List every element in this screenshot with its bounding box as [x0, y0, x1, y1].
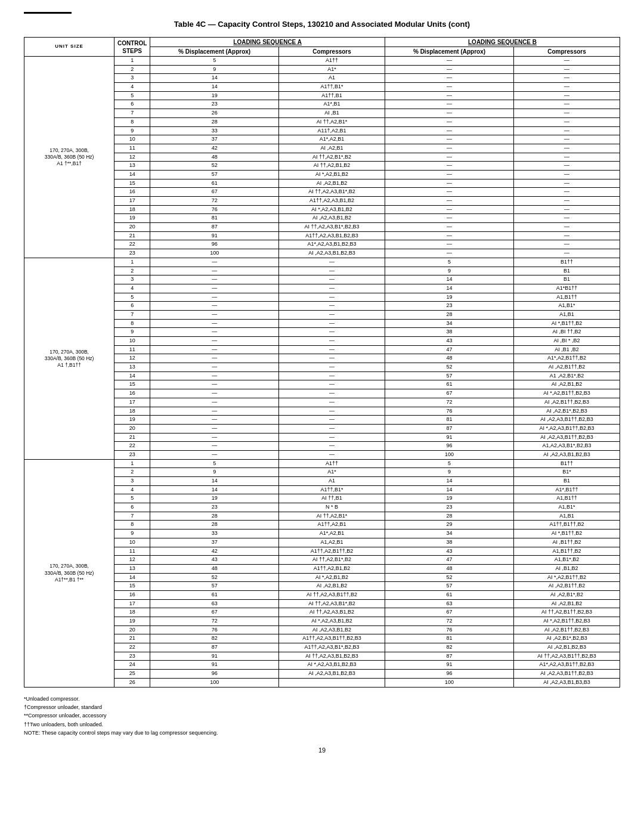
step-a: 14: [114, 170, 150, 179]
comp-b: —: [514, 249, 620, 258]
disp-b: 23: [385, 503, 514, 512]
comp-a: A1: [279, 74, 385, 83]
step-a: 16: [114, 188, 150, 197]
step-a: 11: [114, 547, 150, 556]
comp-a: —: [279, 424, 385, 433]
disp-a: 9: [150, 468, 279, 477]
comp-b: —: [514, 126, 620, 135]
disp-a: 28: [150, 521, 279, 529]
step-a: 11: [114, 345, 150, 354]
disp-b: 63: [385, 599, 514, 608]
comp-a: AI *,A2,B1,B2: [279, 573, 385, 582]
disp-b: 34: [385, 529, 514, 538]
comp-a: A1††,B1: [279, 91, 385, 100]
comp-b: —: [514, 231, 620, 240]
disp-a: —: [150, 293, 279, 302]
disp-a: —: [150, 275, 279, 284]
disp-b: —: [385, 214, 514, 223]
comp-a: AI *,A2,B1,B2: [279, 170, 385, 179]
comp-b: —: [514, 65, 620, 74]
disp-b: —: [385, 197, 514, 206]
comp-a: A1*: [279, 65, 385, 74]
disp-a: 14: [150, 74, 279, 83]
step-a: 8: [114, 117, 150, 126]
disp-a: 57: [150, 170, 279, 179]
disp-b: 14: [385, 485, 514, 494]
comp-a: A11†,A2,B1: [279, 126, 385, 135]
loading-seq-b-header: LOADING SEQUENCE B: [385, 38, 620, 47]
step-a: 10: [114, 337, 150, 346]
comp-a: AI *,A2,A3,B1,B2: [279, 617, 385, 626]
disp-a: 67: [150, 608, 279, 617]
comp-a: A1††,B1*: [279, 83, 385, 92]
disp-a: 14: [150, 485, 279, 494]
comp-a: A1*,A2,B1: [279, 529, 385, 538]
disp-b: 47: [385, 345, 514, 354]
comp-b: B1: [514, 275, 620, 284]
disp-a: 28: [150, 512, 279, 521]
comp-b: AI ,A2,A3,B1,B3,B3: [514, 678, 620, 687]
disp-b: —: [385, 74, 514, 83]
disp-b: —: [385, 240, 514, 249]
step-a: 6: [114, 503, 150, 512]
comp-b: —: [514, 91, 620, 100]
disp-b: —: [385, 162, 514, 171]
step-a: 19: [114, 214, 150, 223]
disp-b: —: [385, 188, 514, 197]
disp-a: 28: [150, 117, 279, 126]
step-a: 19: [114, 416, 150, 425]
disp-a: 37: [150, 538, 279, 547]
disp-a: 100: [150, 249, 279, 258]
step-a: 6: [114, 100, 150, 109]
comp-b: —: [514, 83, 620, 92]
comp-b: —: [514, 240, 620, 249]
disp-a: 61: [150, 590, 279, 599]
step-a: 5: [114, 494, 150, 503]
disp-a: 76: [150, 625, 279, 634]
disp-a: 5: [150, 57, 279, 66]
comp-a: AI ††,A2,A3,B1*,B2,B3: [279, 223, 385, 232]
disp-b: 38: [385, 328, 514, 337]
comp-a: AI ,A2,A3,B1,B2,B3: [279, 249, 385, 258]
disp-b: 23: [385, 302, 514, 311]
comp-a: A1††: [279, 459, 385, 468]
step-a: 2: [114, 468, 150, 477]
disp-a: 87: [150, 223, 279, 232]
comp-a: AI ††,A2,A3,B1*,B2: [279, 188, 385, 197]
step-a: 21: [114, 634, 150, 643]
disp-a: —: [150, 416, 279, 425]
step-a: 20: [114, 424, 150, 433]
disp-b: 91: [385, 433, 514, 442]
comp-b: —: [514, 214, 620, 223]
disp-a: 61: [150, 179, 279, 188]
step-a: 18: [114, 205, 150, 214]
step-a: 8: [114, 319, 150, 328]
comp-a: —: [279, 345, 385, 354]
step-a: 4: [114, 284, 150, 293]
footnote-double-dagger: ††Two unloaders, both unloaded.: [24, 720, 620, 729]
step-a: 17: [114, 398, 150, 407]
page-number: 19: [24, 747, 620, 754]
disp-b: 91: [385, 661, 514, 670]
comp-b: AI ,A2,B1,B2: [514, 380, 620, 389]
comp-b: —: [514, 223, 620, 232]
comp-a: —: [279, 371, 385, 380]
disp-b: 76: [385, 625, 514, 634]
disp-b: 43: [385, 337, 514, 346]
comp-b: AI ,A2,B1††,B2,B3: [514, 398, 620, 407]
comp-a: A1*,A2,B1: [279, 135, 385, 144]
comp-a: AI ,B1: [279, 109, 385, 118]
disp-a: —: [150, 328, 279, 337]
comp-b: —: [514, 162, 620, 171]
step-a: 21: [114, 433, 150, 442]
disp-b: —: [385, 65, 514, 74]
step-a: 24: [114, 661, 150, 670]
disp-a: 91: [150, 652, 279, 661]
comp-b: —: [514, 109, 620, 118]
step-a: 9: [114, 126, 150, 135]
disp-a: 48: [150, 564, 279, 573]
comp-a: AI *,A2,A3,B1,B2: [279, 205, 385, 214]
step-a: 2: [114, 267, 150, 275]
disp-b: 87: [385, 652, 514, 661]
disp-a: 9: [150, 65, 279, 74]
